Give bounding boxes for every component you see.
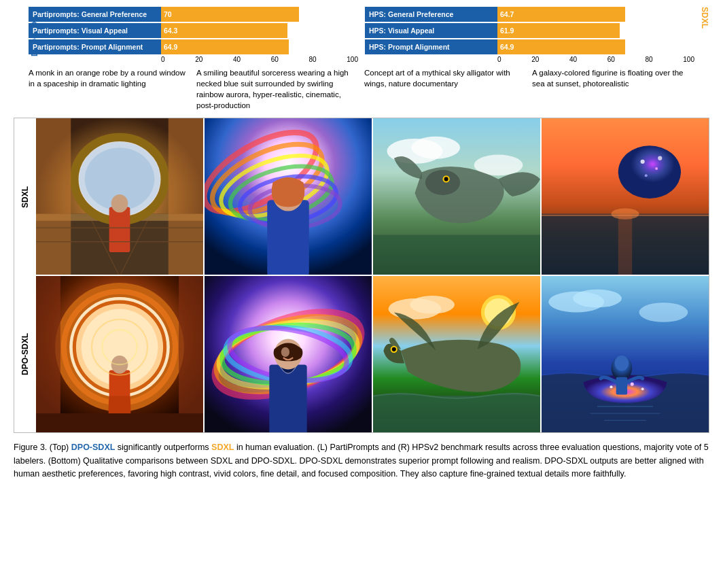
image-grid — [36, 118, 709, 432]
image-monk-sdxl — [36, 118, 203, 275]
svg-point-39 — [645, 175, 648, 177]
caption-sdxl-label: SDXL — [211, 443, 234, 452]
bar-label: HPS: General Preference — [365, 7, 497, 22]
image-dragon-sdxl — [373, 118, 540, 275]
svg-rect-63 — [269, 365, 306, 433]
bar-value: 64.9 — [164, 43, 177, 51]
svg-point-36 — [618, 146, 681, 199]
sdxl-label: SDXL — [700, 7, 709, 58]
description-4: A galaxy-colored figurine is floating ov… — [532, 67, 694, 111]
bar-fill: 64.7 — [497, 7, 625, 22]
caption-dpo-label: DPO-SDXL — [71, 443, 116, 452]
chart-row: Partiprompts: General Preference 70 — [29, 7, 358, 22]
svg-point-28 — [425, 170, 460, 195]
svg-point-72 — [392, 347, 396, 351]
hps-chart: HPS: General Preference 64.7 HPS: Visual… — [365, 7, 694, 63]
image-sorceress-sdxl — [205, 118, 372, 275]
svg-rect-35 — [618, 214, 633, 275]
descriptions-row: A monk in an orange robe by a round wind… — [14, 67, 709, 111]
bar-fill: 61.9 — [497, 23, 620, 38]
chart-row: HPS: General Preference 64.7 — [365, 7, 694, 22]
bar-track: 64.9 — [497, 39, 694, 54]
x-axis: 0 20 40 60 80 100 — [29, 56, 358, 63]
chart-row: Partiprompts: Prompt Alignment 64.9 — [29, 39, 358, 54]
svg-point-70 — [410, 296, 455, 314]
svg-rect-31 — [373, 235, 540, 275]
bar-value: 64.7 — [500, 10, 514, 18]
partiprompts-chart: Partiprompts: General Preference 70 Part… — [29, 7, 358, 63]
image-monk-dpo — [36, 276, 203, 432]
svg-rect-52 — [179, 276, 203, 432]
image-dragon-dpo — [373, 276, 540, 432]
svg-rect-10 — [169, 118, 203, 275]
description-2: A smiling beautiful sorceress wearing a … — [196, 67, 359, 111]
sdxl-row-label: SDXL — [14, 118, 36, 275]
bar-track: 70 — [161, 7, 358, 22]
svg-point-38 — [655, 167, 658, 170]
svg-rect-9 — [36, 118, 71, 275]
bar-label: HPS: Prompt Alignment — [365, 39, 497, 54]
bar-label: Partiprompts: Visual Appeal — [29, 23, 161, 38]
svg-point-77 — [573, 290, 622, 308]
svg-rect-84 — [616, 377, 627, 395]
chart-row: Partiprompts: Visual Appeal 64.3 — [29, 23, 358, 38]
svg-point-85 — [615, 356, 629, 371]
bar-label: HPS: Visual Appeal — [365, 23, 497, 38]
svg-point-30 — [444, 177, 448, 181]
svg-point-65 — [281, 347, 289, 357]
bar-label: Partiprompts: General Preference — [29, 7, 161, 22]
svg-rect-73 — [373, 396, 540, 433]
svg-point-80 — [631, 383, 634, 386]
bar-track: 61.9 — [497, 23, 694, 38]
row-labels: SDXL DPO-SDXL — [14, 118, 36, 432]
description-3: Concept art of a mythical sky alligator … — [364, 67, 527, 111]
svg-rect-51 — [36, 276, 60, 432]
svg-point-8 — [111, 194, 128, 213]
svg-rect-53 — [36, 414, 203, 433]
bar-fill: 64.9 — [161, 39, 289, 54]
chart-row: HPS: Prompt Alignment 64.9 — [365, 39, 694, 54]
images-section: SDXL DPO-SDXL — [14, 118, 709, 433]
bar-track: 64.7 — [497, 7, 694, 22]
image-figurine-dpo — [542, 276, 709, 432]
bar-fill: 64.9 — [497, 39, 625, 54]
bar-track: 64.3 — [161, 23, 358, 38]
bar-value: 64.3 — [164, 27, 177, 35]
svg-point-40 — [658, 156, 662, 160]
description-1: A monk in an orange robe by a round wind… — [29, 67, 191, 111]
bar-value: 64.9 — [500, 43, 514, 51]
svg-point-82 — [641, 388, 644, 391]
image-figurine-sdxl — [542, 118, 709, 275]
x-axis: 0 20 40 60 80 100 — [365, 56, 694, 63]
bar-fill: 64.3 — [161, 23, 287, 38]
bar-fill: 70 — [161, 7, 299, 22]
svg-point-79 — [610, 386, 612, 389]
bar-label: Partiprompts: Prompt Alignment — [29, 39, 161, 54]
bar-value: 70 — [164, 10, 172, 18]
figure-caption: Figure 3. (Top) DPO-SDXL significantly o… — [14, 441, 709, 481]
bar-track: 64.9 — [161, 39, 358, 54]
image-sorceress-dpo — [205, 276, 372, 432]
svg-point-26 — [411, 137, 460, 159]
svg-rect-22 — [267, 201, 309, 275]
dpo-sdxl-row-label: DPO-SDXL — [14, 275, 36, 432]
svg-rect-7 — [109, 207, 130, 253]
svg-point-78 — [639, 303, 688, 323]
svg-point-37 — [641, 160, 645, 164]
bar-value: 61.9 — [500, 27, 514, 35]
chart-row: HPS: Visual Appeal 61.9 — [365, 23, 694, 38]
